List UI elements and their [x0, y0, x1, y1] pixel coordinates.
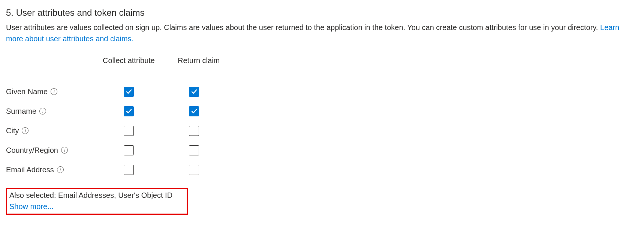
attribute-label: City	[6, 125, 19, 136]
info-icon[interactable]: i	[51, 88, 57, 95]
also-selected-box: Also selected: Email Addresses, User's O…	[6, 188, 188, 215]
attribute-row: Given Namei	[6, 82, 638, 101]
return-claim-header: Return claim	[178, 55, 253, 66]
attribute-label: Surname	[6, 105, 36, 117]
section-title: 5. User attributes and token claims	[6, 6, 638, 20]
section-description-text: User attributes are values collected on …	[6, 23, 600, 32]
collect-attribute-checkbox[interactable]	[124, 106, 134, 116]
info-icon[interactable]: i	[39, 108, 46, 114]
return-claim-checkbox[interactable]	[189, 126, 199, 136]
also-selected-text: Also selected: Email Addresses, User's O…	[9, 190, 184, 201]
return-claim-checkbox[interactable]	[189, 106, 199, 116]
attribute-label: Country/Region	[6, 145, 58, 156]
show-more-link[interactable]: Show more...	[9, 201, 184, 212]
attribute-row: Surnamei	[6, 101, 638, 121]
collect-attribute-checkbox[interactable]	[124, 87, 134, 97]
collect-attribute-checkbox[interactable]	[124, 165, 134, 175]
attribute-row: Email Addressi	[6, 160, 638, 179]
collect-attribute-checkbox[interactable]	[124, 145, 134, 155]
attributes-header-row: Collect attribute Return claim	[6, 55, 638, 66]
attributes-table: Collect attribute Return claim Given Nam…	[6, 55, 638, 179]
attribute-label: Email Address	[6, 164, 54, 175]
collect-attribute-checkbox[interactable]	[124, 126, 134, 136]
user-attributes-section: 5. User attributes and token claims User…	[6, 6, 638, 215]
return-claim-checkbox[interactable]	[189, 87, 199, 97]
section-description: User attributes are values collected on …	[6, 22, 636, 44]
info-icon[interactable]: i	[61, 147, 68, 154]
return-claim-checkbox[interactable]	[189, 145, 199, 155]
info-icon[interactable]: i	[57, 166, 64, 173]
return-claim-checkbox	[189, 165, 199, 175]
attribute-row: Country/Regioni	[6, 140, 638, 160]
info-icon[interactable]: i	[22, 127, 28, 134]
attribute-label: Given Name	[6, 86, 48, 97]
attribute-row: Cityi	[6, 121, 638, 140]
collect-attribute-header: Collect attribute	[103, 55, 178, 66]
